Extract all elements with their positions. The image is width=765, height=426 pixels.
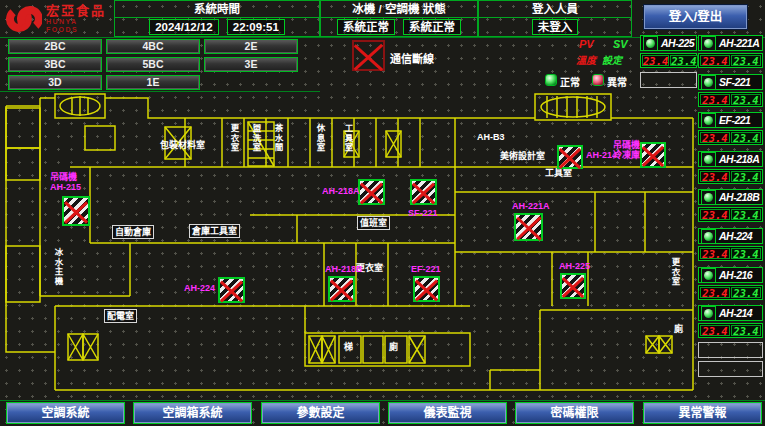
equipment-AH-218A[interactable]: AH-218A — [698, 151, 763, 167]
equipment-values-AH-218B: 23.423.4 — [698, 207, 763, 222]
equipment-empty-slot — [640, 72, 697, 88]
room-label: 更衣室 — [670, 258, 680, 287]
equipment-AH-214[interactable]: AH-214 — [698, 305, 763, 321]
equipment-AH-224[interactable]: AH-224 — [698, 228, 763, 244]
device-SF-221[interactable] — [410, 179, 437, 205]
pv-value: 23.4 — [642, 55, 669, 66]
device-AH-224[interactable] — [218, 277, 245, 303]
device-label: EF-221 — [411, 264, 441, 274]
device-AH-214[interactable] — [557, 145, 583, 169]
equipment-values-AH-216: 23.423.4 — [698, 285, 763, 300]
equipment-values-AH-221A: 23.423.4 — [698, 53, 763, 68]
room-label: 美術設計室 — [500, 151, 545, 161]
sv-sub-header: 設定 — [602, 52, 622, 67]
device-label: AH-224 — [184, 283, 215, 293]
sv-value: 23.4 — [670, 55, 697, 66]
status-led-icon — [701, 229, 716, 244]
footer-button-空調系統[interactable]: 空調系統 — [6, 402, 125, 424]
room-label: 配電室 — [104, 309, 137, 323]
equipment-AH-216[interactable]: AH-216 — [698, 267, 763, 283]
status-led-icon — [701, 36, 716, 51]
login-logout-button[interactable]: 登入/登出 — [643, 4, 748, 30]
machine-status-title: 冰機 / 空調機 狀態 — [321, 1, 477, 18]
device-AH-225[interactable] — [560, 273, 586, 299]
equipment-values-SF-221: 23.423.4 — [698, 92, 763, 107]
equipment-name: AH-221A — [719, 37, 759, 49]
footer-button-異常警報[interactable]: 異常警報 — [643, 402, 762, 424]
device-冷凍庫吊碼機[interactable] — [640, 142, 666, 168]
status-led-icon — [701, 152, 716, 167]
device-AH-218B[interactable] — [328, 276, 355, 302]
equipment-AH-218B[interactable]: AH-218B — [698, 189, 763, 205]
abnormal-led-icon — [592, 74, 604, 86]
device-label: SF-221 — [408, 208, 438, 218]
device-label: 吊碼機 — [50, 172, 77, 182]
floor-button-4BC[interactable]: 4BC — [106, 39, 200, 54]
login-title: 登入人員 — [479, 1, 631, 18]
room-label: 冰水主機 — [53, 248, 63, 286]
status-led-icon — [701, 306, 716, 321]
floor-button-2E[interactable]: 2E — [204, 39, 298, 54]
pv-value: 23.4 — [700, 132, 730, 143]
pv-sub-header: 溫度 — [576, 52, 596, 67]
pv-value: 23.4 — [700, 325, 730, 336]
room-label: 廁 — [674, 324, 683, 334]
equipment-values-AH-218A: 23.423.4 — [698, 169, 763, 184]
equipment-values-EF-221: 23.423.4 — [698, 130, 763, 145]
equipment-empty-slot — [698, 342, 763, 358]
sv-value: 23.4 — [731, 94, 761, 105]
machine-status-panel: 冰機 / 空調機 狀態 系統正常 系統正常 — [320, 0, 478, 37]
device-label: 冷凍庫 — [613, 150, 640, 160]
floor-button-5BC[interactable]: 5BC — [106, 57, 200, 72]
room-label: 工具室 — [343, 124, 353, 153]
footer-button-空調箱系統[interactable]: 空調箱系統 — [133, 402, 252, 424]
footer-button-儀表監視[interactable]: 儀表監視 — [388, 402, 507, 424]
floor-button-3BC[interactable]: 3BC — [8, 57, 102, 72]
footer-divider — [0, 400, 765, 401]
floor-button-3E[interactable]: 3E — [204, 57, 298, 72]
equipment-name: AH-216 — [719, 269, 752, 281]
room-label: 值班室 — [357, 216, 390, 230]
footer-button-參數設定[interactable]: 參數設定 — [261, 402, 380, 424]
equipment-SF-221[interactable]: SF-221 — [698, 74, 763, 90]
pv-value: 23.4 — [700, 209, 730, 220]
abnormal-label: 異常 — [607, 74, 627, 89]
room-label: 工具室 — [545, 168, 572, 178]
login-user: 未登入 — [532, 19, 579, 35]
sv-value: 23.4 — [731, 287, 761, 298]
equipment-values-AH-225: 23.423.4 — [640, 53, 697, 68]
chiller-status: 系統正常 — [337, 19, 395, 35]
status-led-icon — [701, 268, 716, 283]
equipment-values-AH-214: 23.423.4 — [698, 323, 763, 338]
footer-button-密碼權限[interactable]: 密碼權限 — [515, 402, 634, 424]
device-label: AH-225 — [559, 261, 590, 271]
device-label: AH-218A — [322, 186, 360, 196]
device-AH-215[interactable] — [62, 196, 90, 226]
device-AH-218A[interactable] — [358, 179, 385, 205]
equipment-name: AH-214 — [719, 307, 752, 319]
equipment-EF-221[interactable]: EF-221 — [698, 112, 763, 128]
equipment-name: EF-221 — [719, 114, 750, 126]
system-date: 2024/12/12 — [149, 19, 219, 35]
pv-value: 23.4 — [700, 171, 730, 182]
equipment-name: AH-218A — [719, 153, 759, 165]
sv-value: 23.4 — [731, 325, 761, 336]
room-label: 休息室 — [315, 124, 325, 153]
pv-header: PV — [579, 38, 594, 50]
normal-label: 正常 — [560, 74, 580, 89]
floor-button-2BC[interactable]: 2BC — [8, 39, 102, 54]
status-led-icon — [701, 190, 716, 205]
floor-button-1E[interactable]: 1E — [106, 75, 200, 90]
ahu-status: 系統正常 — [403, 19, 461, 35]
equipment-AH-221A[interactable]: AH-221A — [698, 35, 763, 51]
room-label: 倉庫工具室 — [189, 224, 240, 238]
device-EF-221[interactable] — [413, 276, 440, 302]
equipment-AH-225[interactable]: AH-225 — [640, 35, 697, 51]
login-panel: 登入人員 未登入 — [478, 0, 632, 37]
sv-header: SV — [613, 38, 628, 50]
device-AH-221A[interactable] — [514, 213, 543, 241]
pv-value: 23.4 — [700, 287, 730, 298]
sv-value: 23.4 — [731, 209, 761, 220]
floor-button-3D[interactable]: 3D — [8, 75, 102, 90]
equipment-empty-slot — [698, 361, 763, 377]
